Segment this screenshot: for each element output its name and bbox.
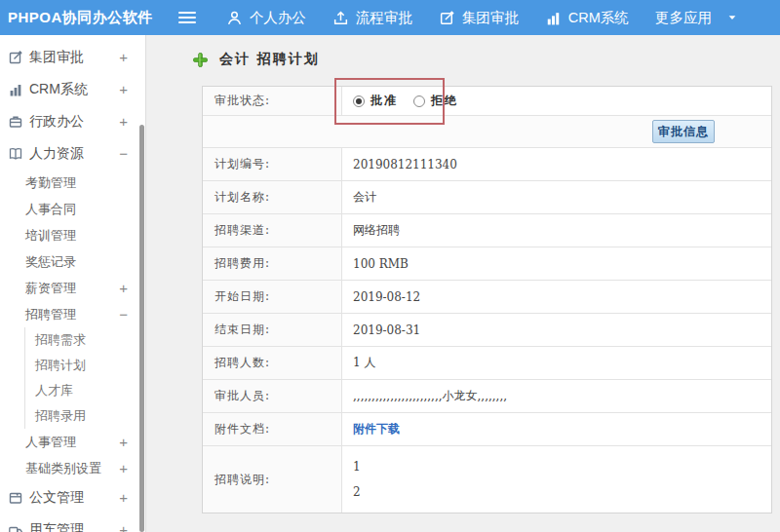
sidebar-item-17[interactable]: 用车管理+ [0, 513, 145, 532]
main-content: 会计 招聘计划 审批状态: 批准 拒绝 审批信息 计划编号:2019081211… [146, 35, 780, 532]
field-label: 计划名称: [203, 181, 342, 213]
sidebar-item-label: 人事管理 [25, 434, 76, 451]
collapse-icon[interactable]: − [119, 145, 128, 162]
collapse-icon[interactable]: − [119, 306, 128, 323]
sidebar-item-12[interactable]: 人才库 [24, 378, 145, 403]
approval-options: 批准 拒绝 [342, 87, 771, 115]
sidebar-item-label: CRM系统 [29, 81, 88, 98]
detail-row: 附件文档:附件下载 [203, 413, 771, 446]
field-label: 招聘说明: [203, 446, 342, 513]
detail-row: 计划编号:20190812111340 [203, 148, 771, 181]
expand-icon[interactable]: + [119, 460, 128, 476]
field-value: 网络招聘 [342, 214, 771, 247]
expand-icon[interactable]: + [119, 113, 128, 130]
expand-icon[interactable]: + [119, 489, 128, 506]
nav-label: CRM系统 [568, 9, 629, 27]
sidebar-item-3[interactable]: 人力资源− [0, 137, 145, 170]
book-icon [8, 146, 23, 162]
sidebar-item-4[interactable]: 考勤管理 [0, 170, 145, 196]
expand-icon[interactable]: + [119, 81, 128, 97]
chart-icon [545, 10, 562, 26]
sidebar-item-label: 集团审批 [29, 49, 84, 66]
briefcase-icon [8, 114, 23, 130]
plus-icon [193, 53, 208, 67]
sidebar-item-label: 人才库 [35, 382, 73, 399]
radio-reject-label: 拒绝 [431, 93, 458, 109]
nav-label: 个人办公 [250, 9, 306, 27]
sidebar-item-16[interactable]: 公文管理+ [0, 481, 145, 513]
sidebar-item-label: 公文管理 [29, 489, 84, 507]
sidebar-item-label: 人力资源 [29, 145, 84, 163]
field-value: 会计 [342, 181, 771, 213]
sidebar-item-11[interactable]: 招聘计划 [24, 353, 145, 378]
detail-row: 开始日期:2019-08-12 [203, 281, 771, 314]
page-title: 会计 招聘计划 [219, 51, 320, 68]
approval-toolbar-row: 审批信息 [203, 116, 771, 148]
field-label: 结束日期: [203, 314, 342, 346]
sidebar-item-label: 行政办公 [29, 113, 84, 131]
expand-icon[interactable]: + [119, 280, 128, 296]
sidebar-item-14[interactable]: 人事管理+ [0, 429, 145, 455]
nav-label: 更多应用 [655, 9, 712, 27]
sidebar-item-5[interactable]: 人事合同 [0, 196, 145, 222]
radio-reject[interactable] [413, 95, 425, 107]
recruit-plan-detail-table: 审批状态: 批准 拒绝 审批信息 计划编号:20190812111340计划名称… [202, 86, 772, 513]
sidebar-item-label: 薪资管理 [25, 280, 76, 297]
nav-workflow-approval[interactable]: 流程审批 [332, 9, 412, 27]
field-label: 招聘渠道: [203, 214, 342, 247]
expand-icon[interactable]: + [119, 434, 128, 450]
sidebar-scrollbar[interactable] [139, 125, 144, 532]
sidebar-item-label: 招聘录用 [35, 407, 86, 425]
sidebar-item-label: 用车管理 [29, 521, 84, 532]
attachment-download-link[interactable]: 附件下载 [353, 421, 400, 437]
detail-row: 审批人员:,,,,,,,,,,,,,,,,,,,,,,,,小龙女,,,,,,,, [203, 380, 771, 413]
sidebar-item-10[interactable]: 招聘需求 [24, 327, 145, 353]
detail-rows: 计划编号:20190812111340计划名称:会计招聘渠道:网络招聘招聘费用:… [203, 148, 771, 513]
field-value: 附件下载 [342, 413, 771, 445]
nav-label: 集团审批 [462, 9, 519, 27]
sidebar-item-1[interactable]: CRM系统+ [0, 73, 145, 105]
car-icon [8, 522, 23, 532]
detail-row: 招聘人数:1 人 [203, 347, 771, 380]
detail-row: 招聘渠道:网络招聘 [203, 214, 771, 247]
detail-row: 结束日期:2019-08-31 [203, 314, 771, 347]
nav-personal-office[interactable]: 个人办公 [226, 9, 306, 27]
sidebar-item-0[interactable]: 集团审批+ [0, 41, 145, 73]
detail-row: 招聘费用:100 RMB [203, 247, 771, 281]
nav-crm-system[interactable]: CRM系统 [545, 9, 629, 27]
sidebar-item-list: 集团审批+CRM系统+行政办公+人力资源−考勤管理人事合同培训管理奖惩记录薪资管… [0, 41, 145, 532]
edit-icon [8, 50, 23, 65]
field-label: 附件文档: [203, 413, 342, 445]
sidebar-item-7[interactable]: 奖惩记录 [0, 248, 145, 275]
sidebar-item-13[interactable]: 招聘录用 [24, 403, 145, 429]
detail-row: 招聘说明:1 2 [203, 446, 771, 513]
expand-icon[interactable]: + [119, 49, 128, 65]
expand-icon[interactable]: + [119, 521, 128, 532]
sidebar-item-label: 招聘计划 [35, 357, 86, 374]
field-value: 20190812111340 [342, 148, 771, 180]
page-header: 会计 招聘计划 [193, 51, 320, 68]
sidebar-item-15[interactable]: 基础类别设置+ [0, 455, 145, 481]
nav-group-approval[interactable]: 集团审批 [439, 9, 519, 27]
sidebar-item-6[interactable]: 培训管理 [0, 222, 145, 248]
approval-info-button[interactable]: 审批信息 [652, 120, 715, 143]
flow-icon [332, 10, 349, 26]
field-value: ,,,,,,,,,,,,,,,,,,,,,,,,小龙女,,,,,,,, [342, 380, 771, 412]
menu-toggle-button[interactable] [178, 9, 200, 26]
sidebar-item-2[interactable]: 行政办公+ [0, 105, 145, 137]
radio-approve-label: 批准 [370, 93, 398, 109]
sidebar-item-8[interactable]: 薪资管理+ [0, 275, 145, 301]
field-value: 100 RMB [342, 247, 771, 280]
sidebar-menu: 集团审批+CRM系统+行政办公+人力资源−考勤管理人事合同培训管理奖惩记录薪资管… [0, 35, 146, 532]
edit-icon [439, 10, 455, 26]
field-value: 1 2 [342, 446, 771, 513]
person-icon [226, 10, 243, 26]
sidebar-item-9[interactable]: 招聘管理− [0, 301, 145, 327]
sidebar-item-label: 人事合同 [25, 201, 76, 218]
sidebar-item-label: 招聘需求 [35, 331, 86, 349]
nav-more-apps[interactable]: 更多应用 [655, 9, 738, 27]
field-value: 2019-08-12 [342, 281, 771, 313]
field-label: 计划编号: [203, 148, 342, 180]
nav-label: 流程审批 [356, 9, 412, 27]
radio-approve[interactable] [353, 95, 365, 107]
